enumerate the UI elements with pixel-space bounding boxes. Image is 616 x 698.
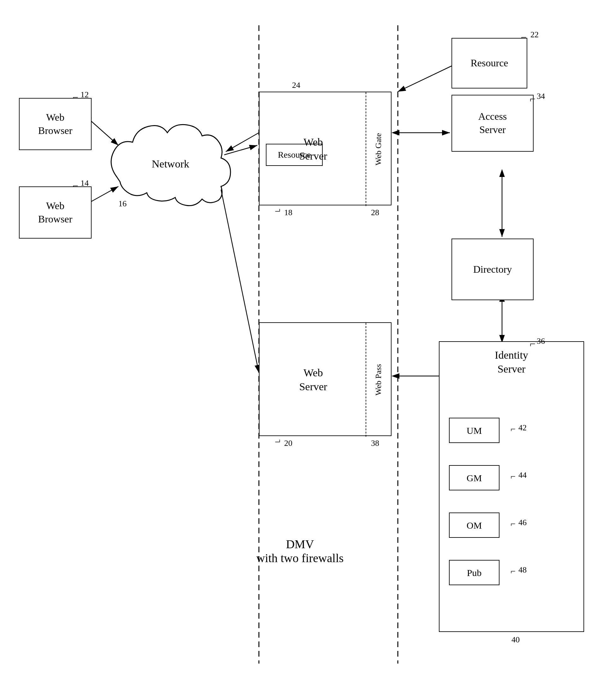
ref-22: 22 <box>530 30 539 40</box>
pub-box: Pub <box>449 560 500 585</box>
web-server-2-label: WebServer <box>259 323 367 437</box>
om-box: OM <box>449 513 500 538</box>
ref-48-bracket: ⌐ <box>511 566 516 577</box>
ref-40: 40 <box>512 635 520 645</box>
resource-top-box: Resource <box>452 38 527 88</box>
ref-44: 44 <box>518 470 527 480</box>
web-browser-2-box: WebBrowser <box>19 186 91 239</box>
identity-server-outer-box: IdentityServer UM 42 ⌐ GM 44 ⌐ OM 46 ⌐ P… <box>439 341 584 632</box>
ref-34-bracket: ⌐ <box>530 93 535 105</box>
web-pass-strip: Web Pass <box>366 323 391 437</box>
ref-20: 20 <box>284 438 292 448</box>
web-browser-2-label: WebBrowser <box>38 199 72 226</box>
web-pass-label: Web Pass <box>373 364 384 395</box>
svg-line-10 <box>224 145 257 155</box>
ref-48: 48 <box>518 565 527 575</box>
directory-box: Directory <box>452 239 534 300</box>
ref-44-bracket: ⌐ <box>511 471 516 482</box>
access-server-label: AccessServer <box>478 110 507 136</box>
web-gate-strip: Web Gate <box>366 92 391 206</box>
svg-line-12 <box>221 190 259 373</box>
diagram: Network <box>0 0 616 698</box>
ref-18: 18 <box>284 208 292 218</box>
ref-34: 34 <box>537 92 545 101</box>
ref-16: 16 <box>118 199 127 209</box>
web-server-1-label: WebServer <box>259 92 367 206</box>
ref-36-bracket: ⌐ <box>530 338 535 350</box>
access-server-box: AccessServer <box>452 95 534 152</box>
dmv-label: DMVwith two firewalls <box>221 537 379 565</box>
ref-38: 38 <box>371 438 379 448</box>
ref-46: 46 <box>518 517 527 528</box>
svg-line-11 <box>226 133 259 152</box>
identity-server-label: IdentityServer <box>440 348 584 376</box>
ref-28: 28 <box>371 208 379 218</box>
ref-18-curly: ⌐ <box>275 205 281 217</box>
web-server-2-box: WebServer Web Pass <box>259 322 391 436</box>
ref-42: 42 <box>518 422 527 433</box>
svg-text:Network: Network <box>152 158 189 170</box>
ref-20-curly: ⌐ <box>275 436 281 448</box>
ref-24: 24 <box>292 81 300 90</box>
ref-42-bracket: ⌐ <box>511 423 516 435</box>
ref-36: 36 <box>537 336 545 346</box>
ref-46-bracket: ⌐ <box>511 518 516 530</box>
web-browser-1-label: WebBrowser <box>38 111 72 137</box>
network-cloud: Network <box>111 125 230 206</box>
gm-box: GM <box>449 465 500 490</box>
um-box: UM <box>449 418 500 443</box>
web-gate-label: Web Gate <box>373 133 384 166</box>
svg-line-9 <box>90 186 118 202</box>
svg-line-8 <box>90 120 118 145</box>
web-browser-1-box: WebBrowser <box>19 98 91 150</box>
web-server-1-box: Resource WebServer Web Gate <box>259 92 391 205</box>
